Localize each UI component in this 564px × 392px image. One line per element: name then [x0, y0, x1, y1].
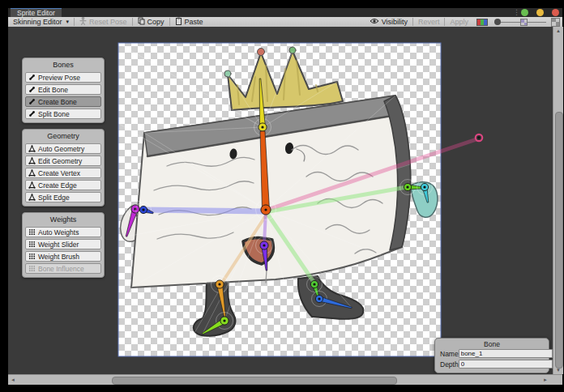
bone-inspector-panel: Bone Name Depth: [434, 338, 549, 373]
reset-pose-label: Reset Pose: [89, 18, 127, 26]
horizontal-scrollbar[interactable]: ◄ ►: [8, 374, 562, 385]
tool-group-bones: BonesPreview PoseEdit BoneCreate BoneSpl…: [22, 58, 105, 123]
visibility-toggle[interactable]: Visibility: [365, 17, 412, 27]
bone-icon: [28, 74, 36, 81]
tool-button-label: Split Edge: [38, 194, 70, 202]
paste-button[interactable]: Paste: [170, 17, 208, 27]
create-bone-button[interactable]: Create Bone: [25, 96, 101, 107]
weight-brush-button[interactable]: Weight Brush: [25, 251, 101, 262]
weights-icon: [28, 228, 36, 236]
tool-button-label: Preview Pose: [38, 74, 80, 82]
tool-group-title: Weights: [25, 215, 101, 225]
tool-button-label: Create Vertex: [38, 169, 80, 177]
window-controls: [521, 9, 559, 16]
sprite-editor-window: Sprite Editor ⋮ Skinning Editor ▾ Reset …: [0, 0, 564, 392]
paste-label: Paste: [185, 18, 203, 26]
skinning-tool-panel: BonesPreview PoseEdit BoneCreate BoneSpl…: [22, 58, 105, 283]
window-control-yellow[interactable]: [536, 9, 544, 16]
bone-icon: [28, 98, 36, 105]
geometry-icon: [28, 194, 36, 201]
weight-slider-button[interactable]: Weight Slider: [25, 239, 101, 249]
reset-pose-icon: [79, 17, 87, 27]
apply-label: Apply: [450, 18, 468, 26]
overflow-menu-icon[interactable]: ⋮: [513, 8, 520, 16]
tool-group-title: Geometry: [25, 131, 101, 142]
revert-label: Revert: [418, 18, 440, 26]
weights-icon: [28, 253, 36, 260]
horizontal-scroll-thumb[interactable]: [112, 377, 397, 385]
mip-small-icon: [520, 19, 528, 26]
tool-group-weights: WeightsAuto WeightsWeight SliderWeight B…: [22, 212, 105, 278]
preview-pose-button[interactable]: Preview Pose: [25, 72, 101, 83]
tool-button-label: Weight Slider: [38, 241, 79, 249]
geometry-icon: [28, 169, 36, 177]
tool-group-geometry: GeometryAuto GeometryEdit GeometryCreate…: [22, 129, 105, 207]
edit-bone-button[interactable]: Edit Bone: [25, 84, 101, 95]
tool-group-title: Bones: [25, 60, 101, 70]
sprite-canvas[interactable]: BonesPreview PoseEdit BoneCreate BoneSpl…: [8, 27, 562, 374]
weights-icon: [28, 265, 36, 272]
bone-link: [264, 211, 266, 244]
loose-bone-node[interactable]: [476, 134, 482, 141]
bone-depth-input[interactable]: [459, 360, 553, 369]
tool-button-label: Weight Brush: [38, 253, 79, 261]
apply-button[interactable]: Apply: [445, 17, 473, 27]
bone-influence-button[interactable]: Bone Influence: [25, 263, 101, 274]
mip-large-icon: [551, 18, 560, 27]
split-edge-button[interactable]: Split Edge: [25, 192, 101, 202]
tool-button-label: Auto Geometry: [38, 145, 84, 153]
chevron-down-icon: ▾: [66, 19, 70, 25]
copy-button[interactable]: Copy: [133, 17, 169, 27]
bone-link: [143, 210, 266, 211]
vertical-scrollbar[interactable]: ▲ ▼: [553, 27, 563, 374]
tool-button-label: Auto Weights: [38, 228, 79, 236]
paste-icon: [175, 17, 182, 27]
geometry-icon: [28, 145, 36, 152]
create-vertex-button[interactable]: Create Vertex: [25, 168, 101, 178]
geometry-icon: [28, 181, 36, 189]
revert-button[interactable]: Revert: [413, 17, 445, 27]
tool-button-label: Bone Influence: [38, 265, 84, 273]
auto-weights-button[interactable]: Auto Weights: [25, 227, 101, 237]
slider-knob[interactable]: [494, 19, 501, 25]
reset-pose-button[interactable]: Reset Pose: [75, 17, 132, 27]
bone-name-label: Name: [440, 350, 459, 358]
window-control-green[interactable]: [521, 9, 528, 16]
tool-button-label: Create Edge: [38, 181, 77, 190]
create-edge-button[interactable]: Create Edge: [25, 180, 101, 190]
scroll-right-icon[interactable]: ►: [543, 377, 548, 382]
edit-geometry-button[interactable]: Edit Geometry: [25, 156, 101, 166]
bone-panel-title: Bone: [435, 339, 549, 348]
tab-title: Sprite Editor: [17, 9, 55, 17]
window-control-red[interactable]: [552, 9, 559, 16]
visibility-label: Visibility: [382, 18, 408, 26]
weights-icon: [28, 241, 36, 248]
tool-button-label: Split Bone: [38, 110, 70, 118]
split-bone-button[interactable]: Split Bone: [25, 109, 101, 119]
tool-button-label: Edit Bone: [38, 86, 68, 94]
bone-name-input[interactable]: [459, 349, 553, 358]
skinning-editor-dropdown[interactable]: Skinning Editor ▾: [8, 17, 74, 27]
scroll-up-icon[interactable]: ▲: [556, 28, 561, 33]
geometry-icon: [28, 157, 36, 164]
tool-button-label: Edit Geometry: [38, 157, 82, 165]
auto-geometry-button[interactable]: Auto Geometry: [25, 143, 101, 154]
toolbar-right: Visibility Revert Apply: [365, 17, 562, 27]
bone-depth-label: Depth: [440, 360, 459, 369]
eye-icon: [370, 18, 379, 26]
skinning-editor-label: Skinning Editor: [13, 18, 62, 26]
copy-label: Copy: [147, 18, 164, 26]
scroll-left-icon[interactable]: ◄: [11, 377, 15, 382]
copy-icon: [138, 17, 145, 27]
tab-strip: Sprite Editor ⋮: [8, 8, 562, 17]
bone-icon: [28, 86, 36, 93]
bone-icon: [28, 110, 36, 117]
rgb-alpha-toggle-icon[interactable]: [476, 19, 488, 26]
vertical-scroll-thumb[interactable]: [555, 112, 563, 369]
tool-button-label: Create Bone: [38, 98, 77, 106]
scroll-down-icon[interactable]: ▼: [556, 368, 561, 373]
mip-zoom-slider[interactable]: [494, 17, 546, 27]
